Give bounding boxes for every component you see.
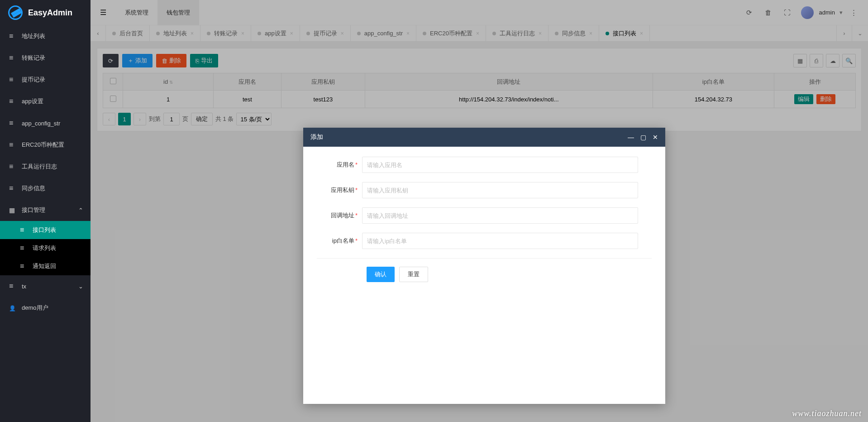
nav-label: 请求列表 [33,244,56,252]
input-ipwhite[interactable] [362,233,638,249]
brand-text: EasyAdmin [28,8,72,18]
nav-label: ERC20币种配置 [22,141,64,149]
required-mark: * [355,161,358,168]
input-callback[interactable] [362,207,638,224]
nav-label: 提币记录 [22,76,45,84]
confirm-button[interactable]: 确认 [367,267,395,282]
list-icon [9,184,16,192]
maximize-icon[interactable]: ▢ [640,134,646,141]
minimize-icon[interactable]: ― [628,134,634,141]
nav-label: 转账记录 [22,54,45,62]
nav-api[interactable]: 接口管理⌃ [0,199,91,221]
nav-label: tx [22,283,26,290]
required-mark: * [355,187,358,193]
list-icon [9,163,16,171]
list-icon [9,32,16,40]
logo-icon [8,5,23,20]
list-icon [9,119,16,127]
logo[interactable]: EasyAdmin [0,0,91,25]
nav-sync[interactable]: 同步信息 [0,177,91,199]
nav-label: 地址列表 [22,32,45,40]
nav-appset[interactable]: app设置 [0,91,91,112]
nav-label: 通知返回 [33,262,56,270]
list-icon [9,141,16,149]
nav-transfer[interactable]: 转账记录 [0,47,91,69]
list-icon [20,244,27,252]
list-icon [9,97,16,106]
nav-tx[interactable]: tx⌄ [0,275,91,297]
watermark: www.tiaozhuan.net [792,409,862,418]
nav-erc20[interactable]: ERC20币种配置 [0,134,91,156]
nav-toollog[interactable]: 工具运行日志 [0,156,91,177]
required-mark: * [355,212,358,219]
required-mark: * [355,237,358,244]
modal-body: 应用名* 应用私钥* 回调地址* ip白名单* 确认 重置 [303,147,665,404]
list-icon [20,226,27,234]
list-icon [9,54,16,62]
label-name: 应用名 [337,161,354,168]
nav-label: 接口列表 [33,226,56,234]
nav-addr[interactable]: 地址列表 [0,25,91,47]
nav-menu: 地址列表 转账记录 提币记录 app设置 app_config_str ERC2… [0,25,91,319]
sidebar: EasyAdmin 地址列表 转账记录 提币记录 app设置 app_confi… [0,0,91,422]
nav-label: 同步信息 [22,184,45,192]
list-icon [20,262,27,270]
nav-demo[interactable]: demo用户 [0,297,91,319]
input-name[interactable] [362,157,638,173]
nav-withdraw[interactable]: 提币记录 [0,69,91,91]
nav-api-notify[interactable]: 通知返回 [0,257,91,275]
nav-label: 接口管理 [22,206,45,214]
reset-button[interactable]: 重置 [399,267,428,282]
nav-label: app_config_str [22,120,60,127]
user-icon [9,304,16,312]
module-icon [9,206,16,214]
label-secret: 应用私钥 [331,187,354,193]
chevron-down-icon: ⌄ [78,283,83,290]
list-icon [9,76,16,84]
list-icon [9,282,16,290]
nav-label: demo用户 [22,304,48,312]
chevron-up-icon: ⌃ [78,207,83,214]
modal-header[interactable]: 添加 ― ▢ ✕ [303,128,665,147]
input-secret[interactable] [362,182,638,198]
nav-label: app设置 [22,97,43,106]
label-ipwhite: ip白名单 [332,237,354,244]
nav-api-req[interactable]: 请求列表 [0,239,91,257]
nav-api-list[interactable]: 接口列表 [0,221,91,239]
modal-title: 添加 [310,133,621,141]
nav-label: 工具运行日志 [22,163,57,171]
close-icon[interactable]: ✕ [653,134,658,141]
nav-appcfg[interactable]: app_config_str [0,112,91,134]
add-modal: 添加 ― ▢ ✕ 应用名* 应用私钥* 回调地址* ip白名单* [303,128,665,404]
label-callback: 回调地址 [331,212,354,219]
